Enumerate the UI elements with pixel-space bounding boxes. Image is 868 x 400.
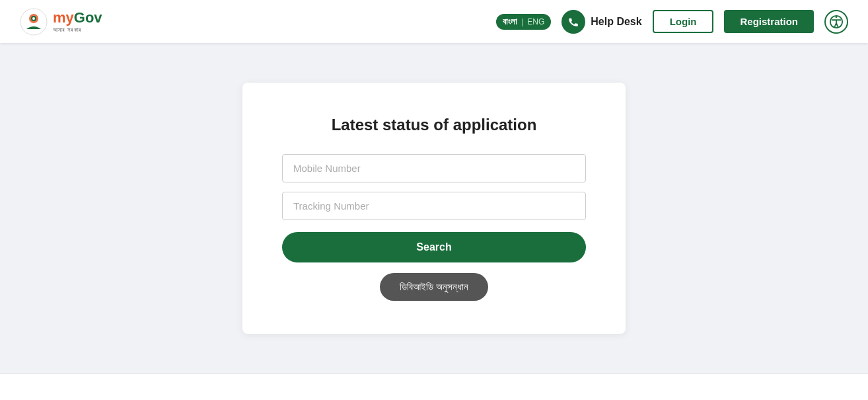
tracking-number-input[interactable]	[282, 192, 586, 220]
svg-point-3	[32, 17, 35, 20]
registration-button[interactable]: Registration	[724, 10, 814, 33]
header-actions: বাংলা | ENG Help Desk Login Registration	[496, 10, 848, 34]
header: myGov আমার সরকার বাংলা | ENG Help Desk L…	[0, 0, 868, 43]
status-card: Latest status of application Search ডিবি…	[242, 83, 626, 334]
card-title: Latest status of application	[282, 116, 586, 134]
dbid-search-button[interactable]: ডিবিআইডি অনুসন্ধান	[380, 273, 488, 301]
logo-area: myGov আমার সরকার	[20, 8, 102, 36]
mobile-number-input[interactable]	[282, 154, 586, 182]
accessibility-button[interactable]	[824, 10, 848, 34]
logo-brand: myGov	[53, 9, 102, 26]
logo-subtitle: আমার সরকার	[53, 26, 102, 34]
help-desk-label: Help Desk	[591, 16, 641, 28]
phone-icon	[561, 10, 585, 34]
lang-bn-label: বাংলা	[503, 17, 517, 27]
login-button[interactable]: Login	[653, 10, 714, 33]
main-content: Latest status of application Search ডিবি…	[0, 43, 868, 374]
logo-text-area: myGov আমার সরকার	[53, 9, 102, 34]
footer: OUR APP ▶ GET IT ON Google Play MISCELLA…	[0, 374, 868, 400]
language-toggle[interactable]: বাংলা | ENG	[496, 14, 551, 30]
lang-en-label: ENG	[527, 17, 544, 26]
search-button[interactable]: Search	[282, 232, 586, 262]
help-desk-link[interactable]: Help Desk	[561, 10, 641, 34]
lang-divider: |	[521, 17, 523, 26]
mygov-logo-icon	[20, 8, 48, 36]
